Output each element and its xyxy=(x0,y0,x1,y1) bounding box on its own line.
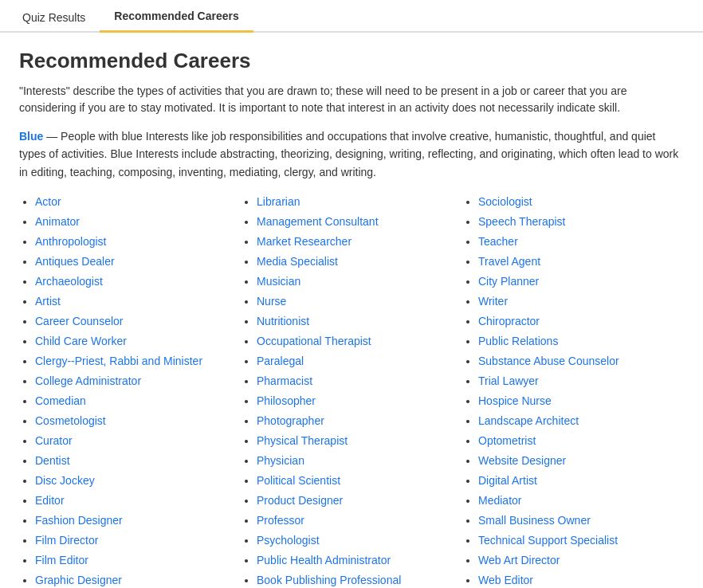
career-link[interactable]: Digital Artist xyxy=(478,474,537,487)
career-link[interactable]: Trial Lawyer xyxy=(478,374,539,387)
career-link[interactable]: Web Art Director xyxy=(478,554,560,566)
career-link[interactable]: Fashion Designer xyxy=(35,514,123,527)
list-item: City Planner xyxy=(478,273,676,290)
career-link[interactable]: Website Designer xyxy=(478,454,566,467)
career-link[interactable]: Nurse xyxy=(257,295,286,308)
career-link[interactable]: Public Relations xyxy=(478,335,558,347)
list-item: Editor xyxy=(35,492,233,509)
career-link[interactable]: Professor xyxy=(257,514,304,527)
career-link[interactable]: Public Health Administrator xyxy=(257,554,391,566)
list-item: Mediator xyxy=(478,492,676,509)
careers-grid: ActorAnimatorAnthropologistAntiques Deal… xyxy=(19,194,684,588)
careers-list-2: LibrarianManagement ConsultantMarket Res… xyxy=(241,194,454,588)
career-link[interactable]: Writer xyxy=(478,295,508,308)
careers-list-1: ActorAnimatorAnthropologistAntiques Deal… xyxy=(19,194,233,588)
list-item: Physical Therapist xyxy=(257,433,454,449)
career-link[interactable]: Librarian xyxy=(257,195,300,208)
list-item: Web Editor xyxy=(478,572,676,588)
career-link[interactable]: Nutritionist xyxy=(257,315,309,327)
list-item: Public Health Administrator xyxy=(257,552,454,569)
career-link[interactable]: Philosopher xyxy=(257,394,316,407)
list-item: Occupational Therapist xyxy=(257,333,454,350)
career-link[interactable]: Comedian xyxy=(35,394,86,407)
career-link[interactable]: Web Editor xyxy=(478,574,533,586)
list-item: Paralegal xyxy=(257,353,454,370)
list-item: Musician xyxy=(257,273,454,290)
career-link[interactable]: Film Director xyxy=(35,534,98,547)
career-link[interactable]: Photographer xyxy=(257,414,324,427)
list-item: Dentist xyxy=(35,453,233,469)
career-link[interactable]: Paralegal xyxy=(257,355,304,367)
list-item: Physician xyxy=(257,453,454,469)
list-item: Book Publishing Professional xyxy=(257,572,454,588)
career-link[interactable]: Substance Abuse Counselor xyxy=(478,355,619,367)
career-link[interactable]: Travel Agent xyxy=(478,255,540,268)
career-link[interactable]: Teacher xyxy=(478,235,518,248)
list-item: Technical Support Specialist xyxy=(478,532,676,549)
list-item: Anthropologist xyxy=(35,233,233,250)
list-item: Product Designer xyxy=(257,492,454,509)
career-link[interactable]: Antiques Dealer xyxy=(35,255,115,268)
career-link[interactable]: Child Care Worker xyxy=(35,335,127,347)
career-link[interactable]: Disc Jockey xyxy=(35,474,95,487)
list-item: Trial Lawyer xyxy=(478,373,676,390)
list-item: Travel Agent xyxy=(478,253,676,270)
career-link[interactable]: Management Consultant xyxy=(257,215,379,228)
career-link[interactable]: Landscape Architect xyxy=(478,414,579,427)
career-link[interactable]: Mediator xyxy=(478,494,521,507)
career-link[interactable]: Cosmetologist xyxy=(35,414,106,427)
career-link[interactable]: Career Counselor xyxy=(35,315,124,327)
career-link[interactable]: Musician xyxy=(257,275,300,288)
tab-recommended-careers[interactable]: Recommended Careers xyxy=(100,2,253,33)
career-link[interactable]: Film Editor xyxy=(35,554,88,566)
list-item: Fashion Designer xyxy=(35,512,233,529)
career-link[interactable]: Technical Support Specialist xyxy=(478,534,618,547)
career-link[interactable]: Product Designer xyxy=(257,494,343,507)
career-link[interactable]: Optometrist xyxy=(478,434,536,447)
career-link[interactable]: Occupational Therapist xyxy=(257,335,371,347)
list-item: Comedian xyxy=(35,393,233,410)
career-link[interactable]: Clergy--Priest, Rabbi and Minister xyxy=(35,355,202,367)
list-item: Clergy--Priest, Rabbi and Minister xyxy=(35,353,233,370)
career-link[interactable]: City Planner xyxy=(478,275,539,288)
list-item: Pharmacist xyxy=(257,373,454,390)
blue-label: Blue xyxy=(19,130,43,143)
tab-quiz-results[interactable]: Quiz Results xyxy=(8,2,100,33)
career-link[interactable]: Artist xyxy=(35,295,61,308)
list-item: Market Researcher xyxy=(257,233,454,250)
career-link[interactable]: Book Publishing Professional xyxy=(257,574,401,586)
list-item: Antiques Dealer xyxy=(35,253,233,270)
career-link[interactable]: Sociologist xyxy=(478,195,532,208)
blue-section: Blue — People with blue Interests like j… xyxy=(19,127,684,181)
career-link[interactable]: Graphic Designer xyxy=(35,574,122,586)
list-item: Management Consultant xyxy=(257,214,454,230)
list-item: Nurse xyxy=(257,293,454,310)
career-link[interactable]: Psychologist xyxy=(257,534,320,547)
list-item: Teacher xyxy=(478,233,676,250)
career-link[interactable]: Small Business Owner xyxy=(478,514,591,527)
list-item: Website Designer xyxy=(478,453,676,469)
career-link[interactable]: Political Scientist xyxy=(257,474,340,487)
career-link[interactable]: Physician xyxy=(257,454,304,467)
career-link[interactable]: Hospice Nurse xyxy=(478,394,552,407)
career-link[interactable]: Curator xyxy=(35,434,73,447)
career-link[interactable]: Speech Therapist xyxy=(478,215,565,228)
career-link[interactable]: Editor xyxy=(35,494,65,507)
careers-col-1: ActorAnimatorAnthropologistAntiques Deal… xyxy=(19,194,241,588)
career-link[interactable]: Physical Therapist xyxy=(257,434,348,447)
career-link[interactable]: Market Researcher xyxy=(257,235,352,248)
career-link[interactable]: Pharmacist xyxy=(257,374,312,387)
careers-col-3: SociologistSpeech TherapistTeacherTravel… xyxy=(462,194,684,588)
career-link[interactable]: Chiropractor xyxy=(478,315,540,327)
list-item: Disc Jockey xyxy=(35,472,233,489)
list-item: Cosmetologist xyxy=(35,413,233,429)
career-link[interactable]: Anthropologist xyxy=(35,235,107,248)
list-item: Sociologist xyxy=(478,194,676,210)
career-link[interactable]: Actor xyxy=(35,195,61,208)
career-link[interactable]: Media Specialist xyxy=(257,255,338,268)
career-link[interactable]: Animator xyxy=(35,215,80,228)
career-link[interactable]: Dentist xyxy=(35,454,70,467)
list-item: Librarian xyxy=(257,194,454,210)
career-link[interactable]: College Administrator xyxy=(35,374,141,387)
career-link[interactable]: Archaeologist xyxy=(35,275,103,288)
